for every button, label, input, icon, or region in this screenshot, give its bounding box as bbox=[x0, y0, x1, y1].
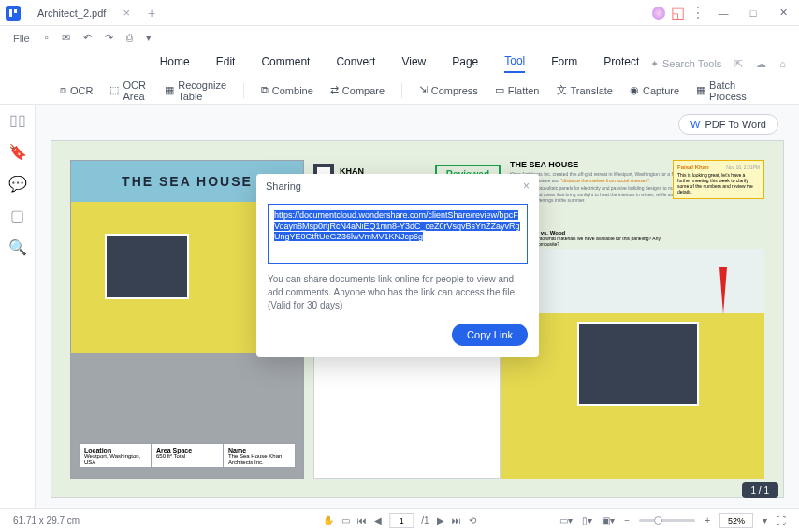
statusbar: 61.71 x 29.7 cm ✋ ▭ ⏮ ◀ /1 ▶ ⏭ ⟲ ▭▾ ▯▾ ▣… bbox=[0, 508, 799, 532]
save-icon[interactable]: ▫ bbox=[45, 32, 49, 44]
zoom-out-icon[interactable]: − bbox=[624, 515, 630, 525]
tab-label: Architect_2.pdf bbox=[37, 7, 106, 19]
red-arrow-annotation bbox=[719, 267, 727, 314]
tool-recognize-table[interactable]: ▦Recognize Table bbox=[165, 79, 226, 102]
mail-icon[interactable]: ✉ bbox=[62, 32, 70, 44]
info-v1: Westport, Washington, USA bbox=[84, 453, 146, 465]
sidebar-left: ▯▯ 🔖 💬 ▢ 🔍 bbox=[0, 105, 36, 508]
zoom-slider[interactable] bbox=[639, 519, 695, 522]
menu-convert[interactable]: Convert bbox=[336, 55, 375, 72]
page-input[interactable] bbox=[389, 513, 414, 528]
wand-icon: ✦ bbox=[650, 58, 659, 70]
zoom-in-icon[interactable]: + bbox=[705, 515, 710, 525]
menu-home[interactable]: Home bbox=[160, 55, 190, 72]
home-icon[interactable]: ⌂ bbox=[779, 58, 786, 69]
chevron-down-icon[interactable]: ▾ bbox=[763, 515, 767, 525]
tool-combine-label: Combine bbox=[272, 85, 313, 96]
hand-tool-icon[interactable]: ✋ bbox=[323, 515, 334, 525]
tool-flatten-label: Flatten bbox=[508, 85, 540, 96]
thumbnails-icon[interactable]: ▯▯ bbox=[10, 112, 25, 127]
undo-icon[interactable]: ↶ bbox=[83, 32, 92, 44]
tool-ocr-area[interactable]: ⬚OCR Area bbox=[109, 79, 148, 102]
toolbar: ⧈OCR ⬚OCR Area ▦Recognize Table ⧉Combine… bbox=[0, 77, 799, 105]
share-link-box[interactable]: https://documentcloud.wondershare.com/cl… bbox=[268, 204, 528, 264]
fullscreen-icon[interactable]: ⛶ bbox=[777, 515, 786, 525]
tool-capture[interactable]: ◉Capture bbox=[630, 84, 679, 96]
search-icon[interactable]: 🔍 bbox=[10, 239, 25, 254]
compress-icon: ⇲ bbox=[419, 84, 428, 96]
menu-view[interactable]: View bbox=[401, 55, 426, 72]
info-v2: 650 ft² Total bbox=[156, 453, 218, 459]
separator bbox=[401, 83, 402, 98]
next-page-icon[interactable]: ▶ bbox=[437, 515, 444, 525]
file-menu[interactable]: File bbox=[13, 33, 30, 44]
note-author: Faisal Khan bbox=[677, 165, 709, 170]
reading-mode-icon[interactable]: ▣▾ bbox=[602, 515, 615, 525]
share-icon[interactable]: ⇱ bbox=[734, 58, 743, 70]
attachment-icon[interactable]: ▢ bbox=[10, 208, 25, 223]
dialog-close-icon[interactable]: × bbox=[523, 180, 530, 193]
select-tool-icon[interactable]: ▭ bbox=[341, 515, 350, 525]
render-window bbox=[577, 322, 699, 406]
render-window bbox=[105, 234, 189, 299]
menu-comment[interactable]: Comment bbox=[261, 55, 310, 72]
copy-link-button[interactable]: Copy Link bbox=[452, 324, 528, 346]
maximize-button[interactable]: □ bbox=[741, 1, 765, 25]
app-icon bbox=[0, 0, 26, 26]
layout-icon[interactable]: ▯▾ bbox=[582, 515, 592, 525]
tool-capture-label: Capture bbox=[643, 85, 679, 96]
pdf-to-word-button[interactable]: W PDF To Word bbox=[678, 114, 778, 135]
rotate-icon[interactable]: ⟲ bbox=[469, 515, 476, 525]
notification-icon[interactable]: ◱ bbox=[671, 4, 685, 22]
menu-tool[interactable]: Tool bbox=[504, 54, 525, 73]
tool-compare[interactable]: ⇄Compare bbox=[330, 84, 385, 96]
tool-combine[interactable]: ⧉Combine bbox=[261, 84, 313, 96]
minimize-button[interactable]: — bbox=[711, 1, 735, 25]
tool-translate[interactable]: 文Translate bbox=[557, 83, 613, 97]
tool-recognize-label: Recognize Table bbox=[178, 79, 226, 102]
more-icon[interactable]: ⋮ bbox=[690, 4, 705, 22]
menu-form[interactable]: Form bbox=[551, 55, 577, 72]
tool-ocr[interactable]: ⧈OCR bbox=[60, 84, 93, 96]
info-h1: Location bbox=[84, 447, 146, 453]
fit-width-icon[interactable]: ▭▾ bbox=[559, 515, 573, 525]
page-badge: 1 / 1 bbox=[742, 482, 778, 498]
table-icon: ▦ bbox=[165, 84, 174, 96]
filebar: File ▫ ✉ ↶ ↷ ⎙ ▾ bbox=[0, 26, 799, 50]
camera-icon: ◉ bbox=[630, 84, 639, 96]
first-page-icon[interactable]: ⏮ bbox=[357, 515, 367, 525]
tool-compress[interactable]: ⇲Compress bbox=[419, 84, 478, 96]
search-tools-label: Search Tools bbox=[662, 58, 721, 69]
prev-page-icon[interactable]: ◀ bbox=[374, 515, 382, 525]
compare-icon: ⇄ bbox=[330, 84, 339, 96]
tab-close-icon[interactable]: × bbox=[123, 6, 130, 20]
print-icon[interactable]: ⎙ bbox=[126, 32, 133, 44]
comment-icon[interactable]: 💬 bbox=[10, 176, 25, 191]
zoom-thumb[interactable] bbox=[654, 516, 662, 525]
translate-icon: 文 bbox=[557, 83, 567, 97]
document-tab[interactable]: Architect_2.pdf × bbox=[26, 1, 138, 25]
tool-compress-label: Compress bbox=[431, 85, 478, 96]
tool-batch[interactable]: ▦Batch Process bbox=[696, 79, 747, 102]
doc-col3: THE SEA HOUSE Khan Architects Inc. creat… bbox=[510, 160, 764, 479]
user-avatar[interactable] bbox=[652, 7, 665, 20]
menu-page[interactable]: Page bbox=[452, 55, 478, 72]
redo-icon[interactable]: ↷ bbox=[105, 32, 113, 44]
tab-add-button[interactable]: + bbox=[138, 6, 165, 21]
batch-icon: ▦ bbox=[696, 84, 705, 96]
bookmark-icon[interactable]: 🔖 bbox=[10, 144, 25, 159]
menu-edit[interactable]: Edit bbox=[216, 55, 236, 72]
page-total: /1 bbox=[421, 515, 429, 525]
tool-flatten[interactable]: ▭Flatten bbox=[495, 84, 540, 96]
menu-protect[interactable]: Protect bbox=[603, 55, 639, 72]
info-table: LocationWestport, Washington, USA Area S… bbox=[79, 443, 296, 468]
tool-batch-label: Batch Process bbox=[709, 79, 747, 102]
search-tools[interactable]: ✦ Search Tools bbox=[650, 58, 721, 70]
zoom-input[interactable] bbox=[719, 513, 753, 528]
titlebar: Architect_2.pdf × + ◱ ⋮ — □ ✕ bbox=[0, 0, 799, 26]
chevron-down-icon[interactable]: ▾ bbox=[146, 32, 152, 44]
page-dimensions: 61.71 x 29.7 cm bbox=[13, 515, 80, 525]
last-page-icon[interactable]: ⏭ bbox=[452, 515, 461, 525]
cloud-icon[interactable]: ☁ bbox=[756, 58, 766, 70]
close-button[interactable]: ✕ bbox=[771, 1, 795, 25]
